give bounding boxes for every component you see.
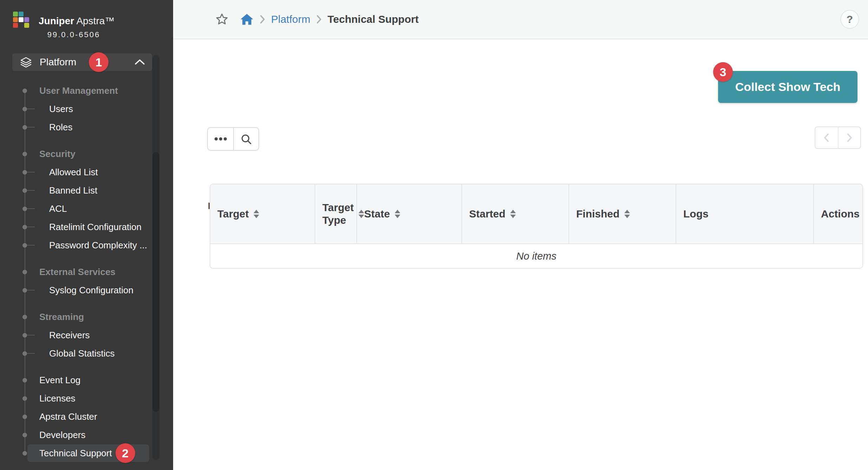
sidebar-item-label: Event Log: [39, 375, 80, 386]
column-header-label: Started: [469, 208, 505, 220]
help-button[interactable]: ?: [840, 10, 859, 29]
sidebar-item-allowed-list[interactable]: Allowed List: [0, 163, 152, 181]
sidebar-item-roles[interactable]: Roles: [0, 118, 152, 136]
column-header-finished[interactable]: Finished: [569, 184, 676, 243]
collect-show-tech-wrap: Collect Show Tech 3: [718, 71, 857, 103]
sidebar-item-licenses[interactable]: Licenses: [0, 389, 152, 407]
sidebar-item-label: ACL: [49, 203, 67, 214]
chevron-right-icon: [845, 133, 854, 143]
sidebar-scrollbar-thumb[interactable]: [152, 152, 159, 412]
sidebar-item-label: Technical Support: [39, 448, 112, 459]
sidebar-section-streaming: Streaming: [0, 308, 152, 326]
sort-icon[interactable]: [624, 210, 630, 218]
sort-down-arrow: [395, 215, 400, 218]
column-header-label: Finished: [576, 208, 619, 220]
sidebar-item-label: Apstra Cluster: [39, 411, 97, 422]
favorite-star-icon[interactable]: [215, 13, 229, 26]
table-header-row: TargetTarget TypeStateStartedFinishedLog…: [210, 184, 862, 244]
breadcrumb-current-page: Technical Support: [328, 13, 419, 25]
sidebar-item-label: Users: [49, 104, 73, 115]
breadcrumb-link-platform[interactable]: Platform: [271, 13, 310, 25]
column-header-label: Target: [217, 208, 249, 220]
sidebar-section-user-management: User Management: [0, 81, 152, 100]
sidebar-item-acl[interactable]: ACL: [0, 200, 152, 218]
breadcrumb-separator-icon: [317, 15, 321, 24]
table-toolbar: [207, 127, 259, 151]
version-label: 99.0.0-6506: [39, 30, 109, 39]
sidebar-section-external-services: External Services: [0, 263, 152, 281]
sidebar-item-users[interactable]: Users: [0, 100, 152, 118]
sidebar-item-receivers[interactable]: Receivers: [0, 326, 152, 344]
sidebar-item-developers[interactable]: Developers: [0, 426, 152, 444]
juniper-apstra-logo-icon: [13, 12, 29, 28]
search-icon: [241, 133, 252, 145]
table-empty-row: No items: [210, 244, 862, 268]
logo-square: [19, 12, 24, 17]
column-header-state[interactable]: State: [357, 184, 462, 243]
sidebar-item-label: Developers: [39, 430, 86, 440]
sidebar-nav-tree: User ManagementUsersRolesSecurityAllowed…: [0, 81, 152, 462]
collect-show-tech-button[interactable]: Collect Show Tech: [718, 71, 857, 103]
sidebar-item-label: Banned List: [49, 185, 97, 196]
sidebar-item-ratelimit-configuration[interactable]: Ratelimit Configuration: [0, 218, 152, 236]
sidebar-platform-header[interactable]: Platform 1: [12, 53, 152, 71]
sidebar-item-banned-list[interactable]: Banned List: [0, 181, 152, 200]
search-button[interactable]: [233, 128, 258, 150]
sidebar-item-label: Roles: [49, 122, 72, 133]
column-header-target-type[interactable]: Target Type: [315, 184, 357, 243]
breadcrumb-separator-icon: [260, 15, 265, 24]
sidebar: Juniper Apstra™ 99.0.0-6506 Platform 1 U…: [0, 0, 173, 470]
sidebar-item-label: Allowed List: [49, 167, 98, 178]
sidebar-group: Event LogLicensesApstra ClusterDeveloper…: [0, 371, 152, 462]
sidebar-item-event-log[interactable]: Event Log: [0, 371, 152, 389]
sort-up-arrow: [510, 210, 516, 213]
sidebar-section-label: Streaming: [39, 312, 84, 322]
technical-support-table: TargetTarget TypeStateStartedFinishedLog…: [210, 184, 863, 269]
sidebar-group: External ServicesSyslog Configuration: [0, 263, 152, 299]
column-header-label: Logs: [683, 208, 709, 220]
sidebar-group: User ManagementUsersRoles: [0, 81, 152, 136]
column-header-logs: Logs: [676, 184, 814, 243]
sort-icon[interactable]: [254, 210, 259, 218]
sidebar-group: StreamingReceiversGlobal Statistics: [0, 308, 152, 363]
sidebar-item-syslog-configuration[interactable]: Syslog Configuration: [0, 281, 152, 299]
sort-up-arrow: [395, 210, 400, 213]
chevron-up-icon[interactable]: [134, 59, 145, 66]
sidebar-item-label: Receivers: [49, 330, 90, 341]
brand-title: Juniper Apstra™: [39, 15, 114, 27]
column-header-target[interactable]: Target: [210, 184, 315, 243]
sidebar-item-apstra-cluster[interactable]: Apstra Cluster: [0, 407, 152, 426]
brand-title-bold: Juniper: [39, 15, 74, 26]
logo-square: [24, 23, 29, 28]
sidebar-item-global-statistics[interactable]: Global Statistics: [0, 344, 152, 363]
chevron-left-icon: [822, 133, 831, 143]
annotation-badge-3: 3: [713, 62, 733, 82]
sidebar-group: SecurityAllowed ListBanned ListACLRateli…: [0, 145, 152, 254]
home-icon[interactable]: [240, 13, 254, 26]
ellipsis-icon: [215, 137, 227, 141]
sidebar-section-label: User Management: [39, 85, 118, 96]
annotation-badge-1: 1: [89, 52, 108, 72]
column-header-label: Target Type: [322, 201, 354, 227]
sort-icon[interactable]: [510, 210, 516, 218]
sidebar-item-label: Password Complexity ...: [49, 240, 147, 251]
logo-square: [13, 23, 18, 28]
next-page-button[interactable]: [838, 127, 860, 148]
column-header-label: Actions: [821, 208, 860, 220]
column-header-label: State: [364, 208, 390, 220]
previous-page-button[interactable]: [815, 127, 838, 148]
logo-square: [13, 17, 18, 22]
main-content: Collect Show Tech 3 Filter selec: [173, 40, 868, 470]
column-header-started[interactable]: Started: [462, 184, 569, 243]
sort-up-arrow: [254, 210, 259, 213]
sort-icon[interactable]: [395, 210, 400, 218]
more-actions-button[interactable]: [208, 128, 233, 150]
sidebar-item-label: Ratelimit Configuration: [49, 222, 142, 233]
sort-down-arrow: [510, 215, 516, 218]
sidebar-item-technical-support[interactable]: Technical Support2: [0, 444, 152, 462]
sidebar-item-password-complexity[interactable]: Password Complexity ...: [0, 236, 152, 254]
brand-title-rest: Apstra™: [74, 15, 114, 26]
sort-down-arrow: [624, 215, 630, 218]
layers-icon: [20, 57, 32, 68]
sort-down-arrow: [254, 215, 259, 218]
